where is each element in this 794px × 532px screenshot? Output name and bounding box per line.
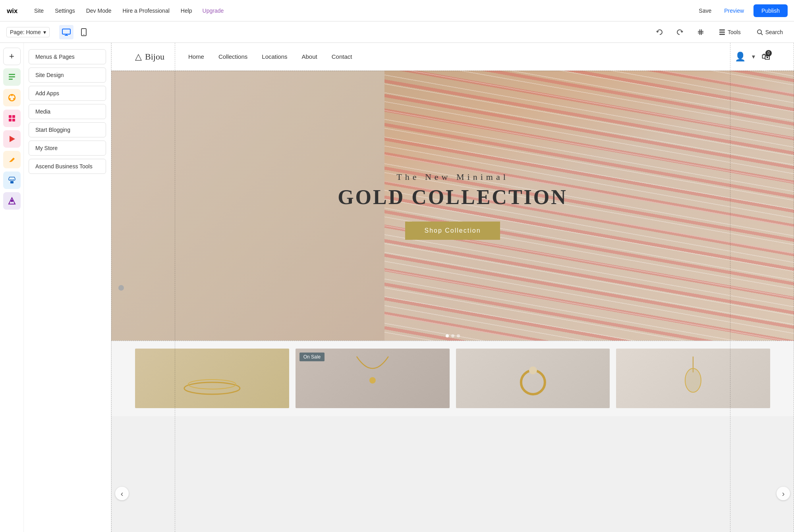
- panel-start-blogging-button[interactable]: Start Blogging: [29, 122, 106, 137]
- svg-point-36: [685, 368, 701, 392]
- main-area: + Menus & Pages Site Design Add Apps Med…: [0, 43, 794, 532]
- svg-point-29: [11, 200, 13, 202]
- search-button[interactable]: Search: [752, 27, 788, 37]
- save-button[interactable]: Save: [695, 6, 715, 15]
- tools-button[interactable]: Tools: [714, 27, 746, 37]
- product-card-1[interactable]: [135, 349, 289, 408]
- svg-rect-10: [719, 29, 725, 31]
- wix-logo: wix: [6, 6, 21, 15]
- panel-media-button[interactable]: Media: [29, 104, 106, 119]
- panel-add-apps-button[interactable]: Add Apps: [29, 86, 106, 101]
- products-section: ‹ On Sale: [111, 341, 794, 416]
- publish-button[interactable]: Publish: [753, 4, 788, 17]
- slider-dot-3[interactable]: [457, 334, 460, 337]
- cart-icon[interactable]: 🛍 0: [761, 52, 770, 62]
- hero-subtitle: The New Minimal: [338, 172, 568, 182]
- sidebar-icon-blog[interactable]: [3, 151, 21, 168]
- nav-upgrade[interactable]: Upgrade: [203, 8, 224, 14]
- nav-hire-professional[interactable]: Hire a Professional: [122, 6, 170, 15]
- svg-point-20: [13, 98, 15, 100]
- svg-rect-15: [9, 74, 15, 75]
- tools-label: Tools: [728, 29, 741, 35]
- site-header: △ Bijou Home Collections Locations About…: [111, 43, 794, 71]
- user-icon[interactable]: 👤: [735, 52, 746, 62]
- mobile-device-button[interactable]: [77, 25, 91, 39]
- preview-button[interactable]: Preview: [721, 6, 747, 15]
- slider-left-arrow[interactable]: ‹: [115, 487, 129, 500]
- svg-rect-25: [12, 119, 15, 121]
- sidebar-icon-design[interactable]: [3, 89, 21, 106]
- desktop-device-button[interactable]: [59, 25, 73, 39]
- svg-rect-24: [9, 119, 12, 121]
- svg-point-32: [369, 377, 376, 384]
- product-image-4: [616, 349, 770, 408]
- panel-ascend-button[interactable]: Ascend Business Tools: [29, 159, 106, 174]
- site-logo: △ Bijou: [135, 52, 164, 62]
- panel-menus-pages-button[interactable]: Menus & Pages: [29, 49, 106, 64]
- scroll-handle[interactable]: [118, 285, 124, 291]
- second-bar: Page: Home ▾ Tools Search: [0, 21, 794, 43]
- sidebar-icon-store[interactable]: [3, 172, 21, 189]
- nav-dev-mode[interactable]: Dev Mode: [85, 6, 112, 15]
- hero-content: The New Minimal GOLD COLLECTION Shop Col…: [338, 172, 568, 240]
- site-nav-contact[interactable]: Contact: [332, 53, 352, 60]
- svg-rect-12: [719, 34, 725, 35]
- sidebar-icon-ascend[interactable]: [3, 192, 21, 210]
- slider-dot-2[interactable]: [451, 334, 454, 337]
- page-selector[interactable]: Page: Home ▾: [6, 27, 50, 37]
- slider-dot-1[interactable]: [446, 334, 449, 337]
- svg-rect-7: [698, 33, 703, 33]
- svg-rect-22: [9, 115, 12, 118]
- left-panel: Menus & Pages Site Design Add Apps Media…: [24, 43, 111, 532]
- site-header-right: 👤 ▾ 🛍 0: [735, 52, 770, 62]
- search-label: Search: [765, 29, 783, 35]
- svg-line-14: [761, 33, 763, 35]
- top-bar: wix Site Settings Dev Mode Hire a Profes…: [0, 0, 794, 21]
- page-selector-label: Page: Home: [10, 29, 41, 35]
- panel-site-design-button[interactable]: Site Design: [29, 67, 106, 83]
- sidebar-icon-pages[interactable]: [3, 68, 21, 86]
- svg-rect-1: [62, 29, 70, 34]
- product-image-3: [456, 349, 610, 408]
- svg-rect-11: [719, 31, 725, 33]
- svg-rect-6: [698, 31, 703, 32]
- product-image-2: [296, 349, 450, 408]
- panel-my-store-button[interactable]: My Store: [29, 141, 106, 156]
- nav-help[interactable]: Help: [180, 6, 193, 15]
- undo-button[interactable]: [652, 25, 666, 39]
- svg-marker-26: [10, 136, 15, 142]
- topbar-right: Save Preview Publish: [695, 4, 788, 17]
- site-nav-collections[interactable]: Collections: [218, 53, 247, 60]
- product-card-2[interactable]: On Sale: [296, 349, 450, 408]
- svg-point-5: [83, 34, 84, 35]
- sidebar-icon-apps[interactable]: [3, 110, 21, 127]
- slider-right-arrow[interactable]: ›: [777, 487, 790, 500]
- nav-site[interactable]: Site: [33, 6, 44, 15]
- logo-text: Bijou: [145, 52, 164, 62]
- zoom-button[interactable]: [694, 25, 708, 39]
- hero-section: The New Minimal GOLD COLLECTION Shop Col…: [111, 71, 794, 341]
- svg-point-31: [188, 380, 236, 389]
- svg-rect-8: [699, 29, 700, 35]
- sidebar-icons: +: [0, 43, 24, 532]
- canvas: △ Bijou Home Collections Locations About…: [111, 43, 794, 532]
- right-arrow-icon: ›: [777, 487, 790, 500]
- hero-cta-button[interactable]: Shop Collection: [405, 222, 500, 240]
- add-element-button[interactable]: +: [3, 48, 21, 65]
- left-arrow-icon: ‹: [115, 487, 129, 500]
- secondbar-right: Tools Search: [652, 25, 788, 39]
- site-nav-locations[interactable]: Locations: [262, 53, 287, 60]
- product-card-3[interactable]: [456, 349, 610, 408]
- redo-button[interactable]: [673, 25, 687, 39]
- product-card-4[interactable]: [616, 349, 770, 408]
- nav-settings[interactable]: Settings: [54, 6, 76, 15]
- site-nav-about[interactable]: About: [302, 53, 317, 60]
- sidebar-icon-media[interactable]: [3, 130, 21, 148]
- svg-rect-17: [9, 79, 13, 80]
- svg-point-13: [757, 30, 761, 34]
- svg-point-30: [184, 382, 240, 394]
- site-nav-home[interactable]: Home: [188, 53, 204, 60]
- svg-point-21: [9, 98, 11, 100]
- svg-point-19: [11, 94, 13, 96]
- logo-icon: △: [135, 52, 142, 62]
